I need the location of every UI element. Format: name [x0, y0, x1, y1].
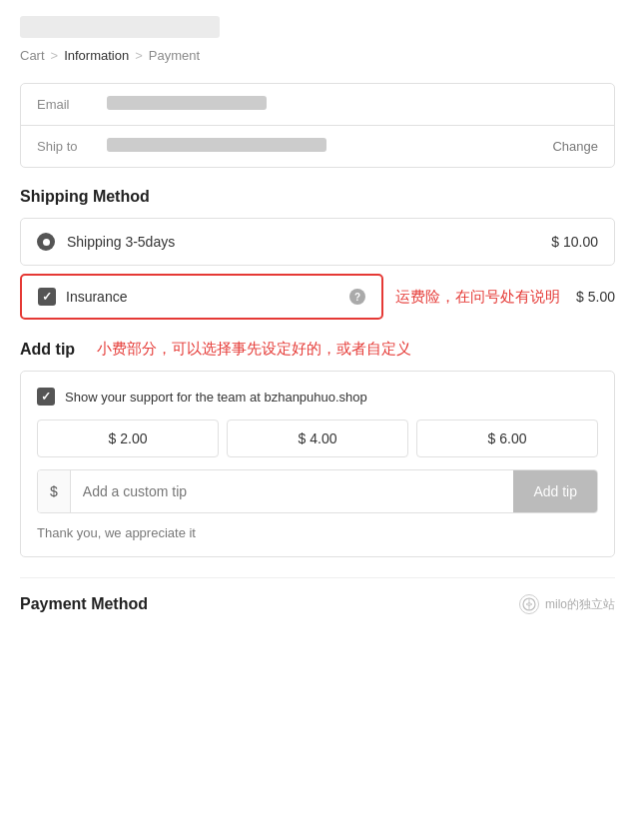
insurance-checkbox[interactable] — [38, 288, 56, 306]
add-tip-annotation: 小费部分，可以选择事先设定好的，或者自定义 — [97, 340, 411, 359]
radio-selected-icon — [37, 233, 55, 251]
tip-custom-row: $ Add tip — [37, 469, 598, 513]
ship-to-row: Ship to Change — [21, 126, 614, 167]
watermark: milo的独立站 — [519, 594, 615, 614]
tip-support-text: Show your support for the team at bzhanp… — [65, 390, 367, 405]
ship-to-value — [107, 138, 552, 155]
insurance-label: Insurance — [66, 289, 343, 305]
insurance-annotation: 运费险，在问号处有说明 — [395, 288, 560, 307]
insurance-help-icon[interactable]: ? — [349, 289, 365, 305]
email-row: Email — [21, 84, 614, 126]
tip-amount-2[interactable]: $ 4.00 — [227, 420, 408, 457]
tip-card: Show your support for the team at bzhanp… — [20, 371, 615, 557]
watermark-icon — [519, 594, 539, 614]
watermark-text: milo的独立站 — [545, 596, 615, 613]
breadcrumb-payment: Payment — [149, 48, 200, 63]
email-value — [107, 96, 598, 113]
tip-support-checkbox[interactable] — [37, 388, 55, 406]
breadcrumb-sep2: > — [135, 48, 143, 63]
breadcrumb-information: Information — [64, 48, 129, 63]
shipping-card: Shipping 3-5days $ 10.00 — [20, 218, 615, 266]
shipping-section-title: Shipping Method — [20, 188, 615, 206]
shipping-option-price: $ 10.00 — [551, 234, 598, 250]
ship-to-label: Ship to — [37, 139, 107, 154]
tip-dollar-prefix: $ — [38, 470, 71, 512]
tip-amount-1[interactable]: $ 2.00 — [37, 420, 219, 457]
add-tip-header: Add tip 小费部分，可以选择事先设定好的，或者自定义 — [20, 340, 615, 359]
payment-method-title: Payment Method — [20, 595, 148, 613]
shipping-option-label: Shipping 3-5days — [67, 234, 551, 250]
shipping-option-row[interactable]: Shipping 3-5days $ 10.00 — [21, 219, 614, 265]
breadcrumb-cart[interactable]: Cart — [20, 48, 45, 63]
site-title — [20, 16, 220, 38]
tip-add-button[interactable]: Add tip — [513, 470, 597, 512]
tip-show-support-row[interactable]: Show your support for the team at bzhanp… — [37, 388, 598, 406]
tip-thank-you: Thank you, we appreciate it — [37, 525, 598, 540]
payment-method-row: Payment Method milo的独立站 — [20, 577, 615, 630]
info-card: Email Ship to Change — [20, 83, 615, 168]
email-label: Email — [37, 97, 107, 112]
breadcrumb: Cart > Information > Payment — [20, 48, 615, 63]
tip-amounts: $ 2.00 $ 4.00 $ 6.00 — [37, 420, 598, 457]
insurance-price: $ 5.00 — [576, 289, 615, 305]
tip-amount-3[interactable]: $ 6.00 — [416, 420, 598, 457]
insurance-row[interactable]: Insurance ? — [20, 274, 383, 320]
change-link[interactable]: Change — [552, 139, 598, 154]
tip-custom-input[interactable] — [71, 473, 514, 509]
add-tip-title: Add tip — [20, 341, 75, 359]
breadcrumb-sep1: > — [51, 48, 59, 63]
